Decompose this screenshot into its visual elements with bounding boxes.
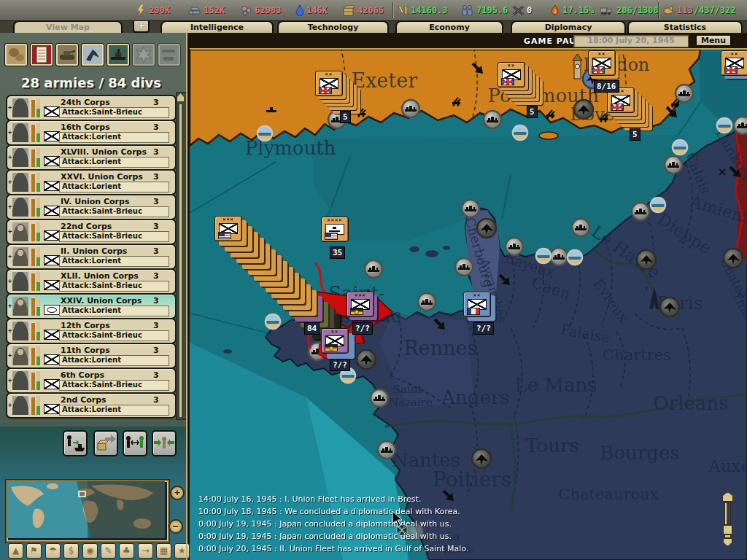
zoom-out-button[interactable]: − [169,519,183,534]
division-count: 3 [153,98,159,107]
naval-units-button[interactable] [107,44,129,66]
tab-statistics[interactable]: Statistics [627,20,743,33]
expand-toggle[interactable]: + [8,178,12,185]
unit-name: 11th Corps [61,346,110,355]
army-list-item[interactable]: + 24th Corps 3 Attack:Saint-Brieuc [6,95,177,121]
unit-counter-us-stack[interactable]: ××× [214,216,242,241]
unit-counter-enemy-saint-brieuc[interactable]: ××× [347,292,374,317]
uk-flag [724,66,738,74]
unit-counter-uk-plymouth[interactable]: ×× [315,71,343,96]
east-germany-flag [350,308,363,315]
land-units-button[interactable] [56,44,78,66]
embark-button[interactable] [63,430,88,456]
army-list-item[interactable]: + XLII. Union Corps 3 Attack:Saint-Brieu… [6,268,177,295]
unit-counter-allied-calais[interactable]: ×× [721,50,747,76]
mapmode-infrastructure[interactable]: ✎ [101,543,116,559]
army-list-item[interactable]: + XLVIII. Union Corps 3 Attack:Lorient [6,144,177,171]
army-list-item[interactable]: + 6th Corps 3 Attack:Saint-Brieuc [6,368,177,394]
army-list-item[interactable]: + XXVI. Union Corps 3 Attack:Lorient [6,169,177,195]
air-units-button[interactable] [82,44,104,66]
mapmode-resources[interactable]: ◉ [82,543,98,559]
expand-toggle[interactable]: + [8,376,12,384]
resupply-button[interactable] [93,430,118,456]
log-message[interactable]: 0:00 July 19, 1945 : Japan concluded a d… [198,518,716,530]
minimap[interactable] [6,480,169,542]
division-count: 3 [153,197,159,206]
menu-button[interactable]: Menu [695,34,732,47]
army-list-item[interactable]: + 11th Corps 3 Attack:Lorient [6,343,177,369]
army-count-header: 28 armies / 84 divs [0,75,182,90]
log-message[interactable]: 14:00 July 16, 1945 : I. Union Fleet has… [198,493,716,505]
infantry-type-icon [44,181,60,191]
map-label: Nazaire [389,396,433,409]
unit-counter-enemy-brittany[interactable]: ×× [321,328,349,354]
log-message[interactable]: 0:00 July 19, 1945 : Japan concluded a d… [198,530,716,542]
unit-name: 16th Corps [61,122,110,132]
mapmode-victory-points[interactable]: → [138,543,153,559]
map-overview-button[interactable] [5,44,27,66]
log-scroll-handle[interactable] [723,525,732,534]
dissent-icon [550,4,560,16]
map-label: Exeter [352,69,418,92]
tab-intelligence[interactable]: Intelligence [160,20,274,33]
map-label: Chartres [603,346,671,364]
army-list-item[interactable]: + 12th Corps 3 Attack:Saint-Brieuc [6,318,177,344]
mapmode-supply[interactable]: ▦ [156,543,171,559]
army-list-scrollbar[interactable] [176,92,187,420]
expand-toggle[interactable]: + [8,302,12,309]
resource-convoys: 113/437/322 [662,4,735,17]
unit-counter-uk-portsmouth[interactable]: ×× [498,62,525,88]
mapmode-political[interactable]: ⚑ [26,543,42,559]
army-list-item[interactable]: + 22nd Corps 3 Attack:Saint-Brieuc [6,219,177,245]
expand-toggle[interactable]: + [8,351,12,359]
unit-order: Attack:Saint-Brieuc [59,281,169,292]
unit-order: Attack:Lorient [59,256,169,267]
tab-diplomacy[interactable]: Diplomacy [511,20,626,33]
expand-toggle[interactable]: + [8,327,12,334]
scroll-up-arrow[interactable] [177,93,184,101]
expand-toggle[interactable]: + [8,228,12,235]
army-list-item-selected[interactable]: + XXIV. Union Corps 3 Attack:Lorient [6,293,177,319]
log-message[interactable]: 10:00 July 18, 1945 : We concluded a dip… [198,505,716,518]
resource-value: 290K [149,5,170,15]
message-log[interactable]: 14:00 July 16, 1945 : I. Union Fleet has… [198,493,716,555]
log-message[interactable]: 0:00 July 20, 1945 : II. Union Fleet has… [198,542,716,555]
zoom-in-button[interactable]: + [170,486,185,500]
expand-toggle[interactable]: + [8,153,12,160]
merge-button[interactable] [152,430,177,456]
log-scroll-track[interactable] [724,502,731,525]
transport-capacity-icon [512,5,525,16]
tab-economy[interactable]: Economy [395,20,503,33]
expand-toggle[interactable]: + [8,401,12,408]
expand-toggle[interactable]: + [8,252,12,260]
resource-value: /437/322 [694,5,736,15]
expand-toggle[interactable]: + [8,203,12,210]
tab-technology[interactable]: Technology [277,20,389,33]
expand-toggle[interactable]: + [8,104,12,111]
army-list-item[interactable]: + 2nd Corps 3 Attack:Lorient [6,392,177,419]
army-list-item[interactable]: + II. Union Corps 3 Attack:Lorient [6,244,177,270]
army-list-item[interactable]: + IV. Union Corps 3 Attack:Saint-Brieuc [6,194,177,220]
mapmode-terrain[interactable]: ▲ [8,543,23,559]
unit-counter-uk-london[interactable]: ×× [588,50,616,76]
tab-view-map[interactable]: View Map [13,20,123,33]
expand-toggle[interactable]: + [8,277,12,284]
reorganize-button[interactable] [123,430,147,456]
message-ledger-button[interactable] [31,44,53,66]
resupply-icon [95,432,117,455]
mapmode-revolt-risk[interactable]: ♣ [119,543,134,559]
unit-order: Attack:Lorient [59,306,169,316]
unit-counter-french-cotentin[interactable]: ×× [463,292,491,317]
strength-bar [36,247,40,266]
division-count: 3 [153,222,159,231]
expand-toggle[interactable]: + [8,128,12,136]
mapmode-weather[interactable]: ☂ [45,543,61,559]
mapmode-economic[interactable]: $ [63,543,79,559]
organization-bar [31,396,35,415]
strength-bar [36,297,40,316]
unit-counter-us-fleet[interactable]: ×××× [321,217,349,242]
army-list-item[interactable]: + 16th Corps 3 Attack:Lorient [6,120,177,146]
date-display[interactable]: 18:00 July 20, 1945 [573,35,689,47]
division-count: 3 [153,395,159,405]
mapmode-diplomatic[interactable]: ★ [174,543,190,559]
